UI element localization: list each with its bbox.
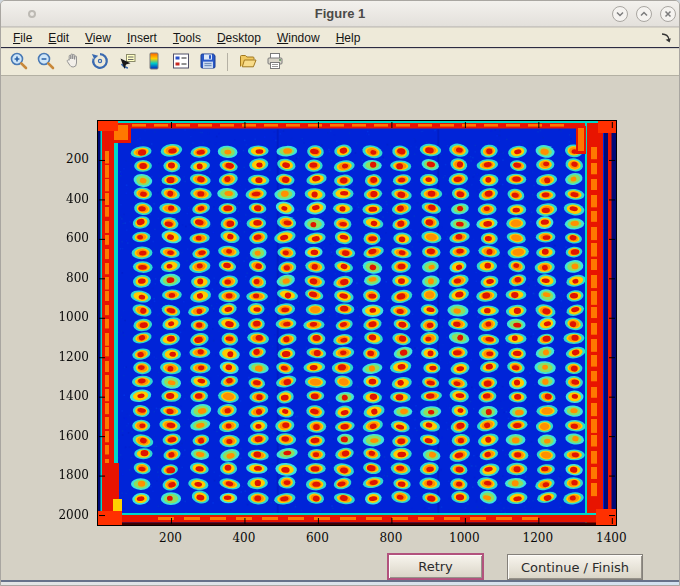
insert-legend-button[interactable] [168, 51, 193, 74]
printer-icon [265, 51, 285, 74]
menu-help[interactable]: Help [328, 29, 369, 47]
x-tick-label: 1400 [581, 531, 641, 545]
colorbar-button[interactable] [141, 51, 166, 74]
data-cursor-button[interactable] [114, 51, 139, 74]
titlebar[interactable]: Figure 1 [1, 1, 679, 27]
window-title: Figure 1 [1, 1, 679, 26]
y-tick-label: 1600 [39, 429, 89, 443]
open-button[interactable] [235, 51, 260, 74]
y-tick-label: 600 [39, 231, 89, 245]
menu-bar-items: FileEditViewInsertToolsDesktopWindowHelp [5, 29, 368, 47]
figure-toolbar [1, 49, 679, 76]
window-controls [612, 6, 676, 22]
y-tick-label: 200 [39, 152, 89, 166]
folder-icon [238, 51, 258, 74]
close-icon [663, 7, 673, 22]
save-button[interactable] [195, 51, 220, 74]
y-tick-label: 1000 [39, 310, 89, 324]
toolbar-separator [227, 53, 228, 71]
data-cursor-icon [117, 51, 137, 74]
chevron-down-icon [615, 7, 625, 22]
rotate-icon [90, 51, 110, 74]
x-tick-label: 200 [140, 531, 200, 545]
plate-image[interactable] [98, 121, 616, 525]
hand-icon [63, 51, 83, 74]
maximize-window-button[interactable] [636, 6, 652, 22]
menu-desktop[interactable]: Desktop [209, 29, 269, 47]
menu-tools[interactable]: Tools [165, 29, 209, 47]
x-tick-label: 600 [287, 531, 347, 545]
x-tick-label: 800 [361, 531, 421, 545]
menu-bar: FileEditViewInsertToolsDesktopWindowHelp [1, 28, 679, 48]
y-tick-label: 2000 [39, 508, 89, 522]
y-tick-label: 1400 [39, 389, 89, 403]
pan-button[interactable] [60, 51, 85, 74]
print-button[interactable] [262, 51, 287, 74]
retry-button[interactable]: Retry [387, 553, 484, 580]
menu-view[interactable]: View [77, 29, 119, 47]
menu-insert[interactable]: Insert [119, 29, 165, 47]
continue-finish-button[interactable]: Continue / Finish [507, 554, 643, 580]
dock-figure-icon[interactable] [660, 32, 672, 47]
axes-plot-box [97, 120, 617, 526]
rotate-3d-button[interactable] [87, 51, 112, 74]
zoom-in-icon [9, 51, 29, 74]
y-tick-label: 800 [39, 271, 89, 285]
zoom-out-button[interactable] [33, 51, 58, 74]
floppy-icon [198, 51, 218, 74]
chevron-up-icon [639, 7, 649, 22]
legend-icon [171, 51, 191, 74]
menu-edit[interactable]: Edit [40, 29, 77, 47]
y-tick-label: 400 [39, 192, 89, 206]
x-tick-label: 400 [214, 531, 274, 545]
window-bottom-edge [1, 582, 679, 586]
shade-window-button[interactable] [612, 6, 628, 22]
figure-window: Figure 1 FileEditViewInsertToolsDesktopW… [0, 0, 680, 586]
x-tick-label: 1200 [508, 531, 568, 545]
close-window-button[interactable] [660, 6, 676, 22]
menu-window[interactable]: Window [269, 29, 328, 47]
menu-file[interactable]: File [5, 29, 40, 47]
zoom-out-icon [36, 51, 56, 74]
y-tick-label: 1200 [39, 350, 89, 364]
zoom-in-button[interactable] [6, 51, 31, 74]
colorbar-icon [144, 51, 164, 74]
y-tick-label: 1800 [39, 468, 89, 482]
x-tick-label: 1000 [434, 531, 494, 545]
